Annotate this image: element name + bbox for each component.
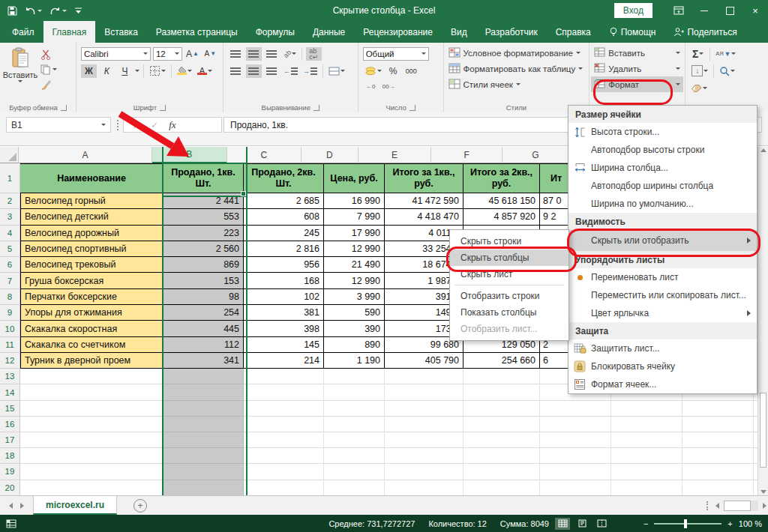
row-header-14[interactable]: 14 bbox=[0, 384, 20, 400]
align-center-icon[interactable] bbox=[246, 64, 262, 78]
cell-I19[interactable] bbox=[682, 464, 754, 480]
cell-A11[interactable]: Скакалка со счетчиком bbox=[20, 337, 164, 353]
row-header-9[interactable]: 9 bbox=[0, 305, 20, 321]
delete-cells-button[interactable]: Удалить bbox=[591, 61, 683, 76]
tab-Поделиться[interactable]: Поделиться bbox=[664, 21, 746, 43]
tab-Формулы[interactable]: Формулы bbox=[247, 21, 304, 43]
submenu-item-Скрыть-лист[interactable]: Скрыть лист bbox=[450, 266, 568, 282]
cell-D10[interactable]: 390 bbox=[324, 321, 385, 336]
column-header-A[interactable]: A bbox=[19, 147, 152, 163]
cell-F1[interactable]: Итого за 2кв., руб. bbox=[464, 163, 540, 193]
font-dialog-launcher-icon[interactable] bbox=[160, 105, 166, 111]
tab-Файл[interactable]: Файл bbox=[3, 21, 44, 43]
cell-C6[interactable]: 956 bbox=[244, 257, 324, 273]
cell-styles-button[interactable]: Стили ячеек bbox=[446, 76, 588, 92]
cell-F2[interactable]: 45 618 150 bbox=[464, 193, 540, 209]
menu-item-Автоподбор-высоты-строки[interactable]: Автоподбор высоты строки bbox=[568, 141, 757, 159]
cell-H19[interactable] bbox=[611, 464, 682, 480]
cell-H16[interactable] bbox=[611, 417, 682, 432]
select-all-corner[interactable] bbox=[0, 147, 19, 163]
scroll-down-icon[interactable] bbox=[760, 490, 766, 494]
column-header-F[interactable]: F bbox=[431, 147, 502, 163]
row-header-7[interactable]: 7 bbox=[0, 273, 20, 288]
wrap-text-icon[interactable]: abc↵ bbox=[306, 47, 322, 61]
zoom-level[interactable]: 100 % bbox=[739, 519, 762, 528]
autosum-button[interactable]: Σ bbox=[690, 47, 706, 61]
cell-C2[interactable]: 2 685 bbox=[244, 193, 324, 209]
menu-item-Блокировать-ячейку[interactable]: Блокировать ячейку bbox=[568, 357, 757, 375]
cell-F17[interactable] bbox=[464, 432, 540, 448]
cell-D15[interactable] bbox=[324, 401, 385, 417]
cell-A3[interactable]: Велосипед детский bbox=[20, 209, 164, 225]
cell-F16[interactable] bbox=[464, 417, 540, 432]
cell-C5[interactable]: 2 816 bbox=[244, 241, 324, 257]
cell-D18[interactable] bbox=[324, 448, 385, 464]
cut-button[interactable] bbox=[39, 48, 58, 61]
cell-E2[interactable]: 41 472 590 bbox=[385, 193, 464, 209]
cell-D7[interactable]: 12 990 bbox=[324, 273, 385, 288]
cell-B5[interactable]: 2 560 bbox=[164, 241, 244, 257]
menu-item-Переименовать-лист[interactable]: Переименовать лист bbox=[568, 268, 757, 286]
underline-button[interactable]: Ч bbox=[117, 64, 133, 78]
increase-indent-icon[interactable]: → bbox=[302, 64, 319, 78]
cell-E20[interactable] bbox=[385, 480, 464, 495]
submenu-item-Отобразить-строки[interactable]: Отобразить строки bbox=[450, 288, 568, 304]
cell-D12[interactable]: 1 190 bbox=[324, 353, 385, 369]
cell-I20[interactable] bbox=[682, 480, 754, 495]
name-box-dropdown-icon[interactable] bbox=[101, 124, 106, 126]
cell-D8[interactable]: 3 990 bbox=[324, 289, 385, 305]
shrink-font-button[interactable]: А▼ bbox=[202, 47, 218, 61]
align-middle-icon[interactable] bbox=[246, 47, 262, 61]
paste-dropdown-icon[interactable] bbox=[18, 80, 22, 82]
cell-D20[interactable] bbox=[324, 480, 385, 495]
tab-Разработчик[interactable]: Разработчик bbox=[476, 21, 547, 43]
merge-center-icon[interactable] bbox=[327, 64, 346, 78]
cell-A1[interactable]: Наименование bbox=[20, 163, 164, 193]
row-header-1[interactable]: 1 bbox=[0, 163, 20, 193]
zoom-in-icon[interactable]: + bbox=[728, 519, 732, 528]
cell-C8[interactable]: 102 bbox=[244, 289, 324, 305]
row-header-6[interactable]: 6 bbox=[0, 257, 20, 273]
cell-A5[interactable]: Велосипед спортивный bbox=[20, 241, 164, 257]
row-header-17[interactable]: 17 bbox=[0, 432, 20, 448]
cell-C13[interactable] bbox=[244, 369, 324, 384]
cell-F12[interactable]: 254 660 bbox=[464, 353, 540, 369]
cell-H18[interactable] bbox=[611, 448, 682, 464]
cell-H15[interactable] bbox=[611, 401, 682, 417]
add-sheet-icon[interactable]: + bbox=[134, 499, 147, 513]
cell-D16[interactable] bbox=[324, 417, 385, 432]
cell-D17[interactable] bbox=[324, 432, 385, 448]
vertical-scrollbar[interactable] bbox=[758, 147, 768, 495]
cell-G16[interactable] bbox=[540, 417, 611, 432]
cell-B6[interactable]: 869 bbox=[164, 257, 244, 273]
decrease-decimal-icon[interactable]: 00→ bbox=[381, 79, 397, 93]
cell-E14[interactable] bbox=[385, 384, 464, 400]
number-format-combo[interactable]: Общий bbox=[363, 47, 429, 61]
cell-A15[interactable] bbox=[20, 401, 164, 417]
row-header-5[interactable]: 5 bbox=[0, 241, 20, 257]
cell-A18[interactable] bbox=[20, 448, 164, 464]
row-header-3[interactable]: 3 bbox=[0, 209, 20, 225]
ribbon-display-options-icon[interactable] bbox=[666, 0, 692, 21]
close-button[interactable]: × bbox=[742, 0, 768, 21]
format-painter-button[interactable] bbox=[39, 78, 58, 91]
customize-qat-button[interactable] bbox=[74, 7, 82, 14]
page-layout-view-icon[interactable] bbox=[574, 518, 590, 530]
cell-F13[interactable] bbox=[464, 369, 540, 384]
cell-D19[interactable] bbox=[324, 464, 385, 480]
column-header-C[interactable]: C bbox=[227, 147, 302, 163]
align-top-icon[interactable] bbox=[228, 47, 244, 61]
clipboard-dialog-launcher-icon[interactable] bbox=[61, 105, 67, 111]
cell-B8[interactable]: 98 bbox=[164, 289, 244, 305]
insert-function-icon[interactable]: fx bbox=[169, 119, 176, 131]
cell-C11[interactable]: 145 bbox=[244, 337, 324, 353]
zoom-out-icon[interactable]: − bbox=[644, 519, 648, 528]
menu-item-Ширина-по-умолчанию-[interactable]: Ширина по умолчанию... bbox=[568, 195, 757, 213]
row-header-2[interactable]: 2 bbox=[0, 193, 20, 209]
cell-B14[interactable] bbox=[164, 384, 244, 400]
cell-F14[interactable] bbox=[464, 384, 540, 400]
cell-I18[interactable] bbox=[682, 448, 754, 464]
row-header-12[interactable]: 12 bbox=[0, 353, 20, 369]
cell-D1[interactable]: Цена, руб. bbox=[324, 163, 385, 193]
cell-E12[interactable]: 405 790 bbox=[385, 353, 464, 369]
